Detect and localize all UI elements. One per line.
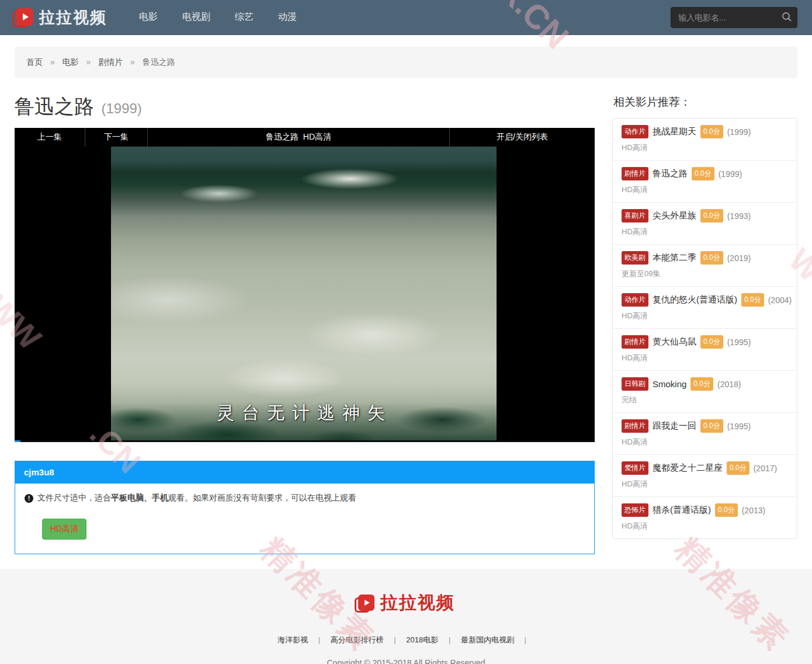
rating-badge: 0.0分 <box>700 335 723 349</box>
video-subtitle: 灵台无计逃神矢 <box>15 401 595 425</box>
related-item[interactable]: 日韩剧 Smoking 0.0分 (2018) 完结 <box>613 370 797 412</box>
nav-item-movies[interactable]: 电影 <box>139 11 158 23</box>
related-item-year: (2017) <box>754 464 777 473</box>
video-screen[interactable]: 灵台无计逃神矢 <box>15 147 595 440</box>
footer-separator: | <box>318 635 320 644</box>
search-box <box>671 7 797 28</box>
related-item-title: 猎杀(普通话版) <box>653 505 711 516</box>
related-item-year: (1995) <box>727 338 751 347</box>
nav-item-anime[interactable]: 动漫 <box>278 11 297 23</box>
breadcrumb-current: 鲁迅之路 <box>143 57 175 67</box>
footer-link-2018-movies[interactable]: 2018电影 <box>406 635 438 644</box>
related-item[interactable]: 喜剧片 尖头外星族 0.0分 (1993) HD高清 <box>613 202 797 244</box>
nav-item-variety[interactable]: 综艺 <box>235 11 254 23</box>
site-logo[interactable]: 拉拉视频 <box>15 7 107 28</box>
related-item-status: HD高清 <box>622 437 788 447</box>
related-item-year: (2018) <box>717 380 741 389</box>
related-item[interactable]: 剧情片 跟我走一回 0.0分 (1995) HD高清 <box>613 412 797 454</box>
site-brand-name: 拉拉视频 <box>39 7 107 28</box>
category-badge: 喜剧片 <box>622 209 648 223</box>
related-item-year: (2013) <box>742 506 765 515</box>
related-item-status: HD高清 <box>622 479 788 489</box>
breadcrumb-home[interactable]: 首页 <box>26 57 43 67</box>
related-item-title: 复仇的怒火(普通话版) <box>653 294 737 305</box>
rating-badge: 0.0分 <box>700 125 723 138</box>
related-item[interactable]: 动作片 复仇的怒火(普通话版) 0.0分 (2004) HD高清 <box>613 286 797 328</box>
rating-badge: 0.0分 <box>727 461 749 475</box>
play-logo-icon <box>15 8 33 27</box>
info-icon: ! <box>25 494 33 503</box>
source-panel: cjm3u8 ! 文件尺寸适中，适合平板电脑、手机观看。如果对画质没有苛刻要求，… <box>15 461 595 554</box>
category-badge: 欧美剧 <box>622 251 648 265</box>
related-item-status: HD高清 <box>622 227 788 237</box>
video-frame <box>111 147 497 440</box>
breadcrumb-separator: » <box>130 57 135 67</box>
source-note: ! 文件尺寸适中，适合平板电脑、手机观看。如果对画质没有苛刻要求，可以在电视上观… <box>25 493 585 503</box>
breadcrumb-movies[interactable]: 电影 <box>63 57 79 67</box>
search-icon[interactable] <box>782 12 792 25</box>
rating-badge: 0.0分 <box>700 209 723 223</box>
rating-badge: 0.0分 <box>741 293 764 307</box>
rating-badge: 0.0分 <box>700 251 723 265</box>
related-item-status: HD高清 <box>622 142 788 153</box>
toggle-playlist-button[interactable]: 开启/关闭列表 <box>450 128 595 147</box>
video-progress-loaded <box>15 440 20 442</box>
related-item-year: (1993) <box>727 211 751 221</box>
next-episode-button[interactable]: 下一集 <box>85 128 148 147</box>
episode-hd-button[interactable]: HD高清 <box>42 519 86 540</box>
source-tab-cjm3u8[interactable]: cjm3u8 <box>15 461 595 483</box>
related-item-year: (1995) <box>727 422 751 431</box>
page-head: 鲁迅之路 (1999) <box>15 93 595 120</box>
category-badge: 剧情片 <box>622 167 648 180</box>
related-item[interactable]: 爱情片 魔都爱之十二星座 0.0分 (2017) HD高清 <box>613 454 797 496</box>
rating-badge: 0.0分 <box>700 419 723 433</box>
source-note-text: 文件尺寸适中，适合平板电脑、手机观看。如果对画质没有苛刻要求，可以在电视上观看 <box>37 493 356 503</box>
footer-link-ocean-films[interactable]: 海洋影视 <box>277 635 308 644</box>
footer-logo[interactable]: 拉拉视频 <box>357 591 455 615</box>
player-toolbar: 上一集 下一集 鲁迅之路 HD高清 开启/关闭列表 <box>15 128 595 147</box>
footer-play-logo-icon <box>357 595 374 612</box>
footer-link-top-rated[interactable]: 高分电影排行榜 <box>331 635 384 644</box>
related-sidebar: 相关影片推荐： 动作片 挑战星期天 0.0分 (1999) HD高清 剧情片 鲁… <box>612 78 797 539</box>
related-item-title: 尖头外星族 <box>653 210 696 221</box>
category-badge: 日韩剧 <box>622 377 648 391</box>
related-item[interactable]: 剧情片 黄大仙乌鼠 0.0分 (1995) HD高清 <box>613 328 797 370</box>
page-title: 鲁迅之路 <box>15 95 94 117</box>
related-item[interactable]: 动作片 挑战星期天 0.0分 (1999) HD高清 <box>613 119 797 160</box>
category-badge: 恐怖片 <box>622 503 648 517</box>
rating-badge: 0.0分 <box>715 503 738 517</box>
related-item-title: 鲁迅之路 <box>653 168 688 179</box>
search-input[interactable] <box>671 7 797 28</box>
breadcrumb-drama[interactable]: 剧情片 <box>98 57 123 67</box>
footer-separator: | <box>449 635 450 644</box>
related-item-title: 黄大仙乌鼠 <box>653 336 696 347</box>
video-progress-bar[interactable] <box>15 440 595 442</box>
footer-separator: | <box>394 635 395 644</box>
related-item[interactable]: 恐怖片 猎杀(普通话版) 0.0分 (2013) HD高清 <box>613 496 797 538</box>
related-item-status: HD高清 <box>622 353 788 363</box>
footer-brand-name: 拉拉视频 <box>380 591 455 615</box>
related-item-status: HD高清 <box>622 185 788 195</box>
source-panel-body: ! 文件尺寸适中，适合平板电脑、手机观看。如果对画质没有苛刻要求，可以在电视上观… <box>15 483 595 554</box>
main-nav: 电影 电视剧 综艺 动漫 <box>139 11 321 23</box>
category-badge: 剧情片 <box>622 419 648 433</box>
related-item[interactable]: 剧情片 鲁迅之路 0.0分 (1999) HD高清 <box>613 160 797 202</box>
related-list: 动作片 挑战星期天 0.0分 (1999) HD高清 剧情片 鲁迅之路 0.0分… <box>612 118 797 539</box>
category-badge: 动作片 <box>622 125 648 138</box>
related-item[interactable]: 欧美剧 本能第二季 0.0分 (2019) 更新至09集 <box>613 244 797 286</box>
top-navbar: 拉拉视频 电影 电视剧 综艺 动漫 <box>0 0 812 35</box>
related-title: 相关影片推荐： <box>613 95 797 110</box>
category-badge: 剧情片 <box>622 335 648 349</box>
breadcrumb-separator: » <box>86 57 91 67</box>
rating-badge: 0.0分 <box>690 377 713 391</box>
related-item-title: 本能第二季 <box>653 252 696 263</box>
footer-link-latest-tv[interactable]: 最新国内电视剧 <box>461 635 514 644</box>
page-year: (1999) <box>101 100 141 116</box>
rating-badge: 0.0分 <box>692 167 714 180</box>
nav-item-tv-series[interactable]: 电视剧 <box>182 11 210 23</box>
related-item-title: Smoking <box>653 379 686 389</box>
related-item-year: (2019) <box>727 253 751 263</box>
prev-episode-button[interactable]: 上一集 <box>15 128 85 147</box>
now-playing-label: 鲁迅之路 HD高清 <box>148 128 450 147</box>
breadcrumb-separator: » <box>50 57 55 67</box>
